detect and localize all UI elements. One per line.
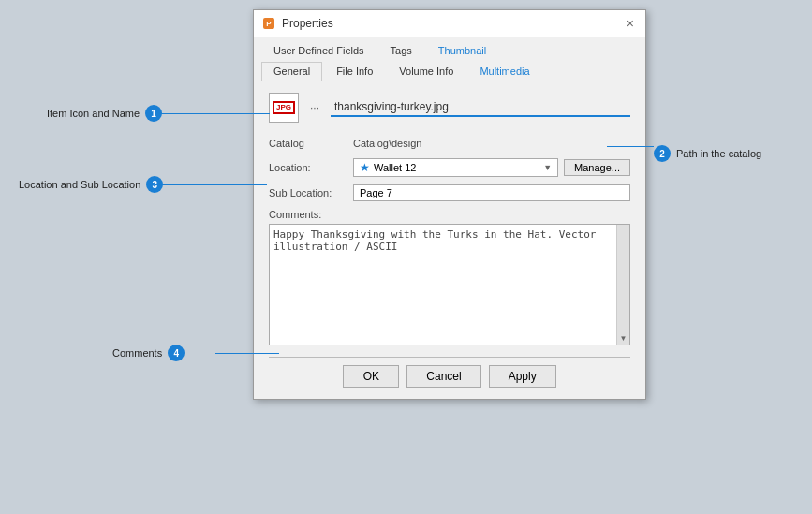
sublocation-input[interactable] — [353, 184, 630, 201]
annotation-2-label: Path in the catalog — [676, 148, 761, 159]
annotation-3-line — [155, 184, 267, 185]
tab-multimedia[interactable]: Multimedia — [467, 62, 541, 81]
item-name-row: JPG ··· — [269, 93, 630, 123]
comments-textarea-wrap: Happy Thanksgiving with the Turks in the… — [269, 224, 630, 345]
annotation-2-bubble: 2 — [654, 145, 671, 162]
tab-general[interactable]: General — [261, 62, 322, 81]
tab-user-defined-fields[interactable]: User Defined Fields — [261, 41, 376, 60]
item-name-input[interactable] — [331, 98, 630, 117]
ellipsis-button[interactable]: ··· — [306, 99, 323, 116]
annotation-1: Item Icon and Name 1 — [47, 105, 162, 122]
location-row: Location: ★ Wallet 12 ▼ Manage... — [269, 158, 630, 177]
tabs-top-row: User Defined Fields Tags Thumbnail — [254, 37, 645, 60]
dialog-title: Properties — [282, 17, 333, 30]
annotation-3: Location and Sub Location 3 — [19, 176, 163, 193]
button-row: OK Cancel Apply — [269, 365, 630, 388]
comments-label: Comments: — [269, 209, 353, 220]
close-button[interactable]: × — [623, 17, 638, 30]
annotation-4: Comments 4 — [112, 345, 185, 361]
sublocation-row: Sub Location: — [269, 184, 630, 201]
annotation-4-label: Comments — [112, 347, 162, 359]
tab-file-info[interactable]: File Info — [324, 62, 385, 81]
svg-text:P: P — [266, 20, 272, 28]
tabs-area: User Defined Fields Tags Thumbnail Gener… — [254, 37, 645, 81]
comments-label-row: Comments: — [269, 209, 630, 220]
catalog-label: Catalog — [269, 138, 353, 149]
manage-button[interactable]: Manage... — [564, 159, 630, 176]
catalog-path-value: Catalog\design — [353, 138, 630, 149]
location-label: Location: — [269, 162, 353, 173]
app-icon: P — [261, 16, 276, 31]
comments-textarea[interactable]: Happy Thanksgiving with the Turks in the… — [270, 225, 616, 345]
star-icon: ★ — [360, 161, 370, 174]
ok-button[interactable]: OK — [343, 365, 399, 388]
titlebar: P Properties × — [254, 10, 645, 37]
tabs-bottom-row: General File Info Volume Info Multimedia — [254, 62, 645, 81]
annotation-1-line — [157, 113, 270, 114]
sublocation-label: Sub Location: — [269, 187, 353, 198]
location-dropdown[interactable]: ★ Wallet 12 ▼ — [353, 158, 558, 177]
properties-dialog: P Properties × User Defined Fields Tags … — [253, 9, 646, 400]
tab-thumbnail[interactable]: Thumbnail — [426, 41, 498, 60]
item-icon-box: JPG — [269, 93, 299, 123]
titlebar-left: P Properties — [261, 16, 333, 31]
tab-tags[interactable]: Tags — [378, 41, 424, 60]
location-value: Wallet 12 — [374, 162, 543, 173]
annotation-4-line — [215, 353, 279, 354]
scrollbar[interactable]: ▼ — [616, 225, 629, 345]
annotation-2-line — [607, 146, 654, 147]
annotation-1-label: Item Icon and Name — [47, 108, 140, 119]
annotation-4-bubble: 4 — [168, 345, 185, 361]
divider — [269, 357, 630, 358]
annotation-3-label: Location and Sub Location — [19, 179, 140, 190]
annotation-2: 2 Path in the catalog — [654, 145, 761, 162]
scrollbar-down-arrow[interactable]: ▼ — [620, 334, 627, 343]
catalog-path-row: Catalog Catalog\design — [269, 138, 630, 149]
tab-volume-info[interactable]: Volume Info — [387, 62, 465, 81]
dropdown-arrow-icon: ▼ — [543, 163, 552, 172]
location-select-wrap: ★ Wallet 12 ▼ Manage... — [353, 158, 630, 177]
cancel-button[interactable]: Cancel — [406, 365, 480, 388]
apply-button[interactable]: Apply — [489, 365, 556, 388]
dialog-body: JPG ··· Catalog Catalog\design Location:… — [254, 81, 645, 399]
jpg-icon: JPG — [273, 101, 295, 114]
